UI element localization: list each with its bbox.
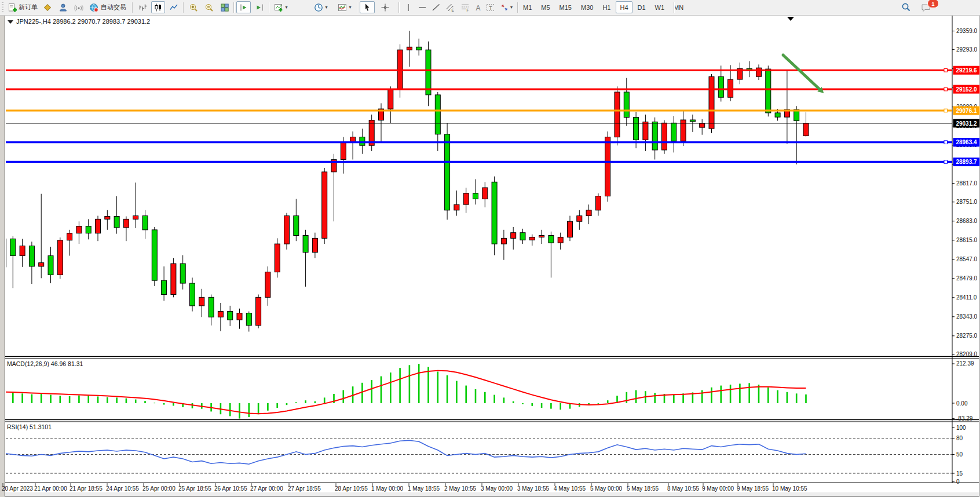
timeframe-MN[interactable]: MN xyxy=(670,1,688,13)
auto-scroll-button[interactable] xyxy=(236,1,251,13)
svg-text:1 May 18:55: 1 May 18:55 xyxy=(408,485,440,492)
toolbar-separator xyxy=(357,2,358,13)
timeframe-H1[interactable]: H1 xyxy=(598,1,615,13)
new-chart-button[interactable]: ▾ xyxy=(272,1,290,13)
candlestick-chart-button[interactable] xyxy=(151,1,165,13)
notification-badge: 1 xyxy=(927,0,939,8)
level-line-handle[interactable] xyxy=(944,68,948,72)
svg-text:10 May 10:55: 10 May 10:55 xyxy=(772,485,807,492)
new-order-label: 新订单 xyxy=(19,3,38,12)
arrows-tool-button[interactable]: ▾ xyxy=(498,1,515,13)
timeframe-H4[interactable]: H4 xyxy=(616,1,632,13)
toolbar-separator xyxy=(233,2,235,13)
auto-scroll-icon xyxy=(239,3,248,12)
svg-text:1 May 00:00: 1 May 00:00 xyxy=(371,485,403,492)
svg-text:212.39: 212.39 xyxy=(956,360,974,367)
svg-text:A: A xyxy=(476,3,481,12)
svg-text:3 May 00:00: 3 May 00:00 xyxy=(481,485,513,492)
toolbar-separator xyxy=(674,2,675,13)
svg-text:50: 50 xyxy=(956,451,963,458)
text-label-icon: T xyxy=(486,3,494,12)
cursor-icon xyxy=(363,3,372,12)
svg-text:0.00: 0.00 xyxy=(956,400,968,407)
svg-text:27 Apr 18:55: 27 Apr 18:55 xyxy=(288,485,321,492)
chart-area[interactable]: 29359.029293.029225.029157.029089.029021… xyxy=(0,0,980,497)
svg-text:20 Apr 2023: 20 Apr 2023 xyxy=(2,485,33,492)
timeframe-W1[interactable]: W1 xyxy=(651,1,669,13)
svg-text:21 Apr 00:00: 21 Apr 00:00 xyxy=(34,485,67,492)
candlestick-chart-icon xyxy=(153,3,163,12)
autotrade-globe-icon xyxy=(89,3,99,12)
indicators-button[interactable]: ▾ xyxy=(335,1,354,13)
svg-text:9 May 18:55: 9 May 18:55 xyxy=(737,485,769,492)
crosshair-tool-button[interactable] xyxy=(378,1,393,13)
cursor-tool-button[interactable] xyxy=(360,1,375,13)
svg-text:5 May 18:55: 5 May 18:55 xyxy=(627,485,659,492)
svg-text:24 Apr 10:55: 24 Apr 10:55 xyxy=(106,485,139,492)
mt4-window: { "toolbar": { "new_order_label": "新订单",… xyxy=(0,0,980,497)
svg-text:28615.0: 28615.0 xyxy=(956,237,978,243)
text-label-tool-button[interactable]: T xyxy=(484,1,496,13)
autotrade-button[interactable]: 自动交易 xyxy=(87,1,129,13)
timeframe-M30[interactable]: M30 xyxy=(577,1,597,13)
text-tool-button[interactable]: A xyxy=(471,1,483,13)
svg-text:28963.4: 28963.4 xyxy=(956,139,977,145)
trendline-tool-button[interactable] xyxy=(429,1,442,13)
level-line-handle[interactable] xyxy=(944,160,948,164)
zoom-out-icon xyxy=(204,3,214,12)
level-line-handle[interactable] xyxy=(944,141,948,144)
profiles-icon xyxy=(43,3,52,12)
svg-text:9 May 00:00: 9 May 00:00 xyxy=(702,485,734,492)
dropdown-caret-icon: ▾ xyxy=(325,5,327,10)
zoom-in-button[interactable] xyxy=(186,1,200,13)
line-chart-button[interactable] xyxy=(167,1,181,13)
svg-text:29359.0: 29359.0 xyxy=(956,28,978,34)
new-chart-icon xyxy=(274,3,283,12)
bar-chart-button[interactable] xyxy=(136,1,149,13)
chart-shift-button[interactable] xyxy=(252,1,266,13)
accounts-button[interactable] xyxy=(56,1,70,13)
svg-text:29293.0: 29293.0 xyxy=(956,46,978,53)
equidistant-channel-icon: E xyxy=(445,3,455,12)
svg-text:28683.0: 28683.0 xyxy=(956,218,978,224)
timeframe-M15[interactable]: M15 xyxy=(555,1,576,13)
svg-text:E: E xyxy=(452,8,455,12)
new-order-button[interactable]: 新订单 xyxy=(5,1,40,13)
svg-text:28411.0: 28411.0 xyxy=(956,294,977,301)
macd-label: MACD(12,26,9) 46.96 81.31 xyxy=(7,360,83,367)
svg-text:28 Apr 10:55: 28 Apr 10:55 xyxy=(335,485,368,492)
dropdown-caret-icon: ▾ xyxy=(510,5,513,10)
text-icon: A xyxy=(474,3,481,12)
dropdown-caret-icon: ▾ xyxy=(349,5,351,10)
channel-tool-button[interactable]: E xyxy=(443,1,457,13)
level-line-handle[interactable] xyxy=(944,87,948,91)
timeframe-M1[interactable]: M1 xyxy=(519,1,536,13)
signal-icon xyxy=(74,3,83,12)
zoom-out-button[interactable] xyxy=(202,1,216,13)
horizontal-line-tool-button[interactable] xyxy=(415,1,428,13)
notifications-button[interactable]: 1 xyxy=(916,1,936,13)
main-toolbar: 新订单 自动交易 xyxy=(0,0,980,16)
toolbar-separator xyxy=(517,2,518,13)
svg-text:8 May 10:55: 8 May 10:55 xyxy=(667,485,699,492)
svg-text:2 May 10:55: 2 May 10:55 xyxy=(444,485,476,492)
fibonacci-tool-button[interactable]: F xyxy=(458,1,471,13)
svg-text:29031.2: 29031.2 xyxy=(956,120,977,127)
timeframe-M5[interactable]: M5 xyxy=(537,1,554,13)
svg-text:28751.0: 28751.0 xyxy=(956,199,978,205)
autotrade-label: 自动交易 xyxy=(101,3,126,12)
search-button[interactable] xyxy=(898,1,914,13)
timeframes-clock-button[interactable]: ▾ xyxy=(312,1,330,13)
svg-text:4 May 10:55: 4 May 10:55 xyxy=(554,485,586,492)
svg-text:29152.0: 29152.0 xyxy=(956,86,977,93)
svg-text:28817.0: 28817.0 xyxy=(956,180,978,187)
profiles-button[interactable] xyxy=(41,1,54,13)
tile-windows-icon xyxy=(220,3,229,12)
timeframe-D1[interactable]: D1 xyxy=(634,1,650,13)
signals-button[interactable] xyxy=(72,1,86,13)
vertical-line-tool-button[interactable] xyxy=(401,1,414,13)
new-order-icon xyxy=(8,3,17,12)
tile-windows-button[interactable] xyxy=(217,1,232,13)
level-line-handle[interactable] xyxy=(944,109,948,112)
toolbar-separator xyxy=(269,2,270,13)
